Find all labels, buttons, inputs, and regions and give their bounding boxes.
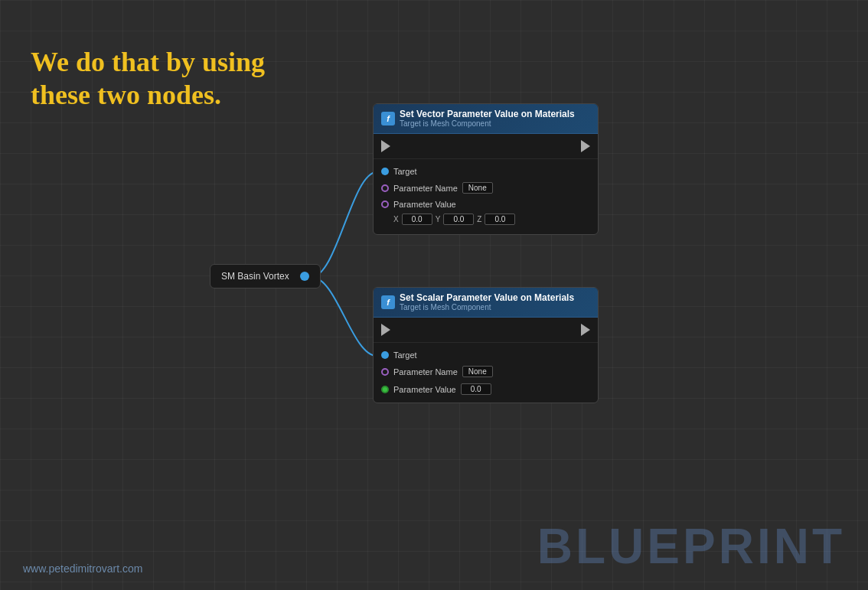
scalar-param-name-label: Parameter Name [393,367,458,376]
heading: We do that by using these two nodes. [31,46,265,112]
scalar-exec-out-pin[interactable] [581,324,590,336]
vector-y-label: Y [436,215,441,223]
scalar-node-exec-row [374,318,598,343]
scalar-target-pin-dot[interactable] [381,351,389,359]
sm-basin-vortex-node[interactable]: SM Basin Vortex [210,264,321,288]
vector-node-subtitle: Target is Mesh Component [400,119,575,129]
vector-exec-in-pin[interactable] [381,140,390,152]
vector-exec-out-pin[interactable] [581,140,590,152]
vector-target-pin-row: Target [374,164,598,179]
vector-param-value-label: Parameter Value [393,200,456,209]
heading-line1: We do that by using [31,46,265,79]
vector-xyz-row-container: X 0.0 Y 0.0 Z 0.0 [374,212,598,230]
scalar-node-subtitle: Target is Mesh Component [400,303,574,312]
vector-param-value-pin-dot[interactable] [381,200,389,208]
vector-xyz-row: X 0.0 Y 0.0 Z 0.0 [393,214,590,225]
scalar-target-pin-row: Target [374,347,598,363]
vector-param-name-pin-row: Parameter Name None [374,179,598,197]
scalar-param-value-pin-dot[interactable] [381,386,389,393]
vector-node-body: Target Parameter Name None Parameter Val… [374,159,598,234]
website-link: www.petedimitrovart.com [23,562,142,575]
vector-parameter-node: f Set Vector Parameter Value on Material… [373,103,599,235]
scalar-node-header: f Set Scalar Parameter Value on Material… [374,288,598,318]
scalar-param-name-value[interactable]: None [462,366,493,377]
vector-x-label: X [393,215,399,223]
scalar-exec-in-pin[interactable] [381,324,390,336]
vector-y-value[interactable]: 0.0 [443,214,474,225]
sm-node-output-pin[interactable] [300,272,309,281]
scalar-param-value-pin-row: Parameter Value 0.0 [374,380,598,398]
vector-param-name-pin-dot[interactable] [381,184,389,192]
vector-z-label: Z [477,215,481,223]
scalar-param-value-value[interactable]: 0.0 [461,383,491,395]
scalar-parameter-node: f Set Scalar Parameter Value on Material… [373,287,599,403]
scalar-param-name-pin-row: Parameter Name None [374,363,598,380]
scalar-param-value-label: Parameter Value [393,385,456,394]
scalar-node-header-text: Set Scalar Parameter Value on Materials … [400,292,574,312]
vector-target-pin-dot[interactable] [381,168,389,175]
vector-node-header-text: Set Vector Parameter Value on Materials … [400,109,575,129]
watermark-text: BLUEPRINT [537,518,845,575]
vector-param-name-value[interactable]: None [462,182,493,194]
vector-target-pin-label: Target [393,167,417,176]
vector-node-exec-row [374,134,598,159]
sm-node-label: SM Basin Vortex [221,271,289,282]
scalar-func-icon: f [381,295,395,309]
scalar-param-name-pin-dot[interactable] [381,368,389,376]
heading-line2: these two nodes. [31,79,265,112]
vector-param-name-label: Parameter Name [393,184,458,193]
func-icon: f [381,112,395,125]
scalar-node-body: Target Parameter Name None Parameter Val… [374,343,598,403]
scalar-target-pin-label: Target [393,350,417,360]
vector-x-value[interactable]: 0.0 [402,214,432,225]
scalar-node-title: Set Scalar Parameter Value on Materials [400,292,574,303]
vector-z-value[interactable]: 0.0 [485,214,515,225]
vector-node-title: Set Vector Parameter Value on Materials [400,109,575,119]
vector-param-value-label-row: Parameter Value [374,197,598,212]
vector-node-header: f Set Vector Parameter Value on Material… [374,104,598,134]
